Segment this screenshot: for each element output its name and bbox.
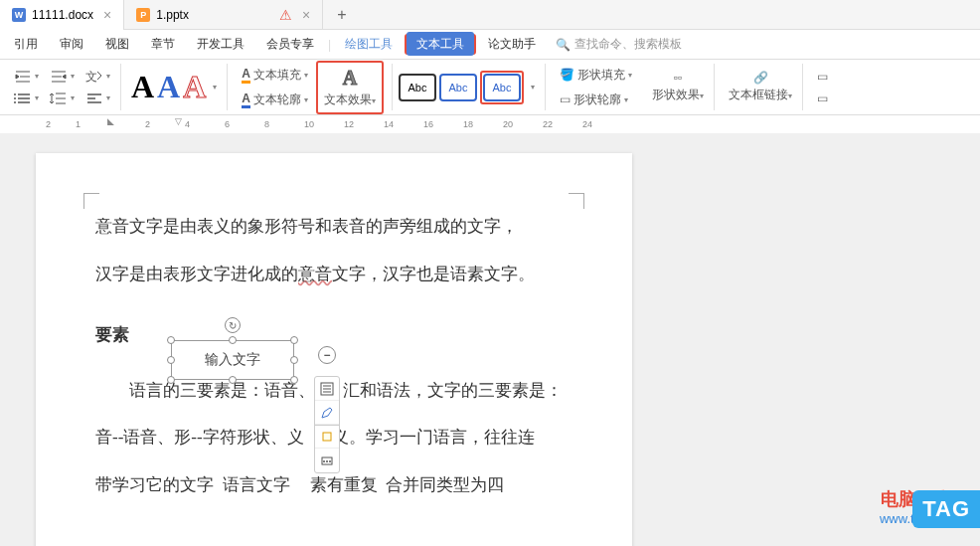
rotate-handle[interactable]: ↻ [225,317,241,333]
menu-devtools[interactable]: 开发工具 [187,32,254,57]
menu-thesis[interactable]: 论文助手 [478,32,546,57]
decrease-indent-button[interactable]: ▾ [10,67,43,87]
tab-docx[interactable]: W 11111.docx × [0,0,124,30]
svg-point-0 [14,93,16,95]
ruler-mark: 8 [264,119,269,129]
text-fill-group: A 文本填充▾ A 文本轮廓▾ [232,64,312,110]
paragraph[interactable]: 汉字是由表形文字进化成的意音文字，汉字也是语素文字。 [95,251,572,298]
highlight-text-effect: A 文本效果▾ [316,61,384,114]
horizontal-ruler[interactable]: 2 1 ◣ 2 ▽ 4 6 8 10 12 14 16 18 20 22 24 [36,119,980,133]
textbox-link-group: 🔗 文本框链接▾ [719,64,803,110]
paragraph[interactable]: 意音文字是由表义的象形符号和表音的声旁组成的文字， [95,203,572,251]
shape-preset-3[interactable]: Abc [483,74,521,101]
resize-handle-n[interactable] [229,336,237,344]
menu-drawing-tools[interactable]: 绘图工具 [335,32,403,57]
ruler-mark: 10 [304,119,314,129]
ruler-area: 2 1 ◣ 2 ▽ 4 6 8 10 12 14 16 18 20 22 24 [0,115,980,133]
style-more-dropdown[interactable]: ▾ [209,80,221,94]
floating-toolbar [314,376,340,473]
resize-handle-sw[interactable] [167,376,175,384]
indent-marker-left[interactable]: ◣ [107,116,114,126]
line-spacing-button[interactable]: ▾ [46,89,79,108]
menu-member[interactable]: 会员专享 [256,32,324,57]
wrap-button[interactable] [315,425,339,449]
svg-point-9 [329,460,331,462]
search-placeholder: 查找命令、搜索模板 [574,36,682,53]
search-icon: 🔍 [556,38,571,52]
text-outline-icon: A [242,91,250,108]
resize-handle-se[interactable] [290,376,298,384]
textbox-placeholder: 输入文字 [205,351,260,369]
align-button[interactable]: ▾ [82,89,114,108]
more-options-button[interactable] [315,449,339,472]
resize-handle-s[interactable] [229,376,237,384]
layout-options-button[interactable] [315,377,339,401]
delete-circle-button[interactable]: − [318,346,336,364]
shape-presets-group: Abc Abc Abc ▾ [392,64,546,110]
close-icon[interactable]: × [103,7,111,23]
resize-handle-ne[interactable] [290,336,298,344]
bucket-icon: 🪣 [560,68,574,82]
tab-pptx[interactable]: P 1.pptx ⚠ × [124,0,323,30]
menu-review[interactable]: 审阅 [50,32,93,57]
command-search[interactable]: 🔍 查找命令、搜索模板 [556,36,682,53]
margin-corner-tl [83,193,99,209]
tag-badge: TAG [912,490,980,528]
increase-indent-button[interactable]: ▾ [46,67,79,87]
text-outline-button[interactable]: A 文本轮廓▾ [238,89,312,111]
shape-effect-group: ▫▫ 形状效果▾ [642,64,715,110]
shape-outline-button[interactable]: ▭ 形状轮廓▾ [556,89,636,111]
add-tab-button[interactable]: + [323,6,360,24]
resize-handle-nw[interactable] [167,336,175,344]
menu-bar: 引用 审阅 视图 章节 开发工具 会员专享 | 绘图工具 文本工具 论文助手 🔍… [0,30,980,60]
svg-point-1 [14,97,16,99]
menu-quote[interactable]: 引用 [4,32,48,57]
text-effect-button[interactable]: A 文本效果▾ [320,65,380,110]
shape-effect-button[interactable]: ▫▫ 形状效果▾ [648,69,708,105]
ruler-mark: 20 [503,119,513,129]
ruler-mark: 24 [582,119,592,129]
svg-point-8 [326,460,328,462]
resize-handle-e[interactable] [290,356,298,364]
text-fill-button[interactable]: A 文本填充▾ [238,64,312,87]
resize-handle-w[interactable] [167,356,175,364]
ribbon: ▾ ▾ ▾ ▾ 文▾ ▾ A A A ▾ A 文本填充▾ A 文本轮廓▾ [0,60,980,115]
inserted-textbox[interactable]: 输入文字 ↻ [171,340,294,380]
shape-more-dropdown[interactable]: ▾ [527,80,539,94]
spellcheck-mark: 意音 [298,265,332,283]
shape-preset-2[interactable]: Abc [439,74,477,101]
text-style-blue[interactable]: A [157,69,180,105]
close-icon[interactable]: × [302,7,310,23]
menu-chapter[interactable]: 章节 [141,32,185,57]
misc-group: ▭ ▭ [807,64,838,110]
ungroup-icon: ▭ [817,91,828,105]
shape-preset-1[interactable]: Abc [399,74,436,101]
ungroup-button[interactable]: ▭ [813,89,832,108]
edit-button[interactable] [315,401,339,425]
menu-text-tools[interactable]: 文本工具 [407,32,474,56]
style-presets-group: A A A ▾ [125,64,228,110]
group-button[interactable]: ▭ [813,67,832,87]
shape-fill-button[interactable]: 🪣 形状填充▾ [556,64,636,87]
separator: | [328,38,331,52]
text-direction-button[interactable]: 文▾ [82,67,114,87]
highlight-text-tools: 文本工具 [405,34,476,55]
ppt-icon: P [136,8,150,22]
indent-marker-first[interactable]: ▽ [175,116,182,126]
ruler-mark: 16 [423,119,433,129]
warning-icon: ⚠ [279,7,292,23]
text-effect-icon: A [343,67,357,90]
svg-text:文: 文 [85,70,97,84]
shape-effect-icon: ▫▫ [674,71,683,85]
text-style-outline[interactable]: A [183,69,206,105]
list-button[interactable]: ▾ [10,89,43,108]
ruler-mark: 18 [463,119,473,129]
text-style-black[interactable]: A [131,69,154,105]
svg-point-7 [323,460,325,462]
ruler-mark: 4 [185,119,190,129]
outline-icon: ▭ [560,92,571,106]
menu-view[interactable]: 视图 [95,32,139,57]
textbox-link-button[interactable]: 🔗 文本框链接▾ [725,69,796,105]
margin-corner-tr [569,193,584,209]
tab-label: 1.pptx [156,8,189,22]
